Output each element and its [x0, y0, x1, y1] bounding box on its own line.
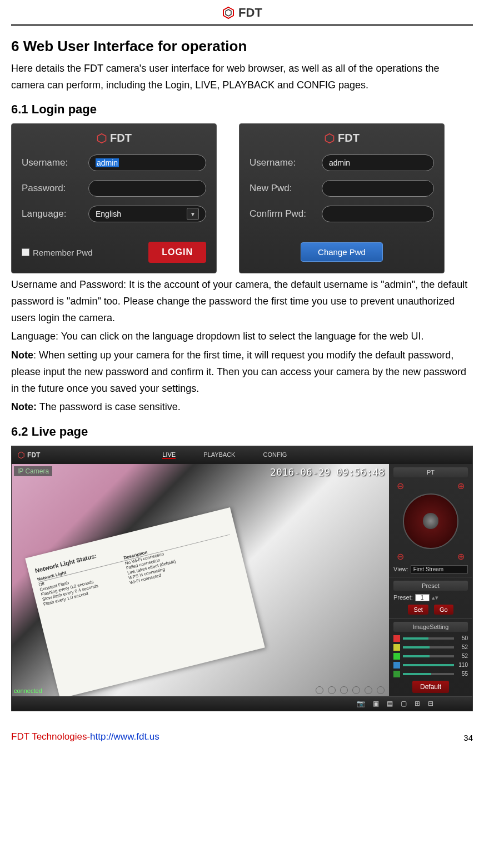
slider-track[interactable]	[403, 637, 454, 640]
layout-1-icon[interactable]: ▢	[401, 700, 407, 707]
login-text-1: Username and Password: It is the account…	[11, 277, 473, 326]
live-sidebar: PT ⊖⊕ ⊖⊕ View: First Stream Preset Prese…	[389, 464, 472, 696]
stepper-icon[interactable]: ▴▾	[432, 594, 438, 601]
view-select[interactable]: First Stream	[411, 565, 468, 573]
checkbox-icon[interactable]	[22, 248, 29, 256]
note-2: Note: The password is case sensitive.	[11, 399, 473, 416]
slider-track[interactable]	[403, 664, 454, 666]
icon[interactable]	[316, 686, 323, 694]
footer-company: FDT Technologies-	[11, 731, 90, 742]
preset-input[interactable]	[415, 594, 430, 601]
camera-icon[interactable]: 📷	[357, 700, 365, 707]
layout-9-icon[interactable]: ⊟	[428, 700, 433, 707]
live-brand: FDT	[17, 451, 40, 459]
change-pwd-button[interactable]: Change Pwd	[301, 242, 383, 262]
image-slider[interactable]: 52	[393, 644, 468, 651]
login-panels: FDT Username: admin Password: Language: …	[11, 123, 473, 273]
slider-color-icon	[393, 653, 400, 660]
brand-text: FDT	[238, 6, 262, 20]
svg-marker-3	[326, 134, 334, 143]
newpwd-input[interactable]	[322, 180, 434, 197]
language-select[interactable]: English ▼	[88, 206, 206, 222]
newpwd-label: New Pwd:	[250, 183, 322, 194]
page-number: 34	[463, 733, 473, 742]
slider-color-icon	[393, 635, 400, 642]
preset-label: Preset:	[393, 594, 413, 601]
note-1: Note: When setting up your camera for th…	[11, 347, 473, 397]
panel-brand: FDT	[338, 132, 360, 144]
page-footer: FDT Technologies-http://www.fdt.us 34	[11, 731, 473, 742]
tab-live[interactable]: LIVE	[162, 451, 176, 459]
zoom-out-icon[interactable]: ⊖	[397, 481, 404, 491]
default-button[interactable]: Default	[412, 681, 449, 693]
image-slider[interactable]: 55	[393, 671, 468, 677]
slider-value: 50	[457, 635, 468, 641]
login-text-2: Language: You can click on the language …	[11, 328, 473, 345]
remember-label: Remember Pwd	[33, 248, 93, 257]
panel-logo: FDT	[22, 132, 206, 144]
icon[interactable]	[328, 686, 336, 694]
username-input[interactable]: admin	[88, 154, 206, 171]
username-label: Username:	[250, 157, 322, 168]
connected-status: connected	[14, 687, 42, 694]
pt-control-disc[interactable]	[403, 493, 458, 549]
icon[interactable]	[352, 686, 360, 694]
icon[interactable]	[377, 686, 385, 694]
section-intro: Here details the FDT camera's user inter…	[11, 61, 473, 93]
sd-icon[interactable]: ▤	[387, 700, 393, 707]
view-label: View:	[393, 566, 408, 572]
note-text: : When setting up your camera for the fi…	[11, 350, 466, 393]
username-input[interactable]: admin	[322, 154, 434, 171]
footer-link[interactable]: http://www.fdt.us	[90, 731, 159, 742]
video-feed: IP Camera 2016-06-29 09:56:48 Network Li…	[12, 464, 389, 696]
ip-camera-label: IP Camera	[14, 466, 52, 476]
image-slider[interactable]: 52	[393, 653, 468, 660]
imagesetting-title: ImageSetting	[393, 622, 468, 632]
tab-playback[interactable]: PLAYBACK	[203, 451, 235, 459]
zoom-in-icon[interactable]: ⊕	[457, 481, 465, 491]
confirmpwd-input[interactable]	[322, 206, 434, 222]
login-heading: 6.1 Login page	[11, 102, 473, 117]
pt-title: PT	[393, 467, 468, 477]
slider-track[interactable]	[403, 646, 454, 648]
slider-value: 52	[457, 644, 468, 650]
password-label: Password:	[22, 183, 88, 194]
image-slider[interactable]: 50	[393, 635, 468, 642]
login-button[interactable]: LOGIN	[148, 242, 206, 263]
slider-track[interactable]	[403, 655, 454, 657]
language-label: Language:	[22, 208, 88, 220]
slider-value: 110	[457, 662, 468, 668]
password-input[interactable]	[88, 180, 206, 197]
slider-color-icon	[393, 671, 400, 677]
login-panel: FDT Username: admin Password: Language: …	[11, 123, 217, 273]
video-icons	[316, 686, 385, 694]
live-heading: 6.2 Live page	[11, 425, 473, 439]
record-icon[interactable]: ▣	[373, 700, 379, 707]
paper-in-video: Network Light Status: Network Light Desc…	[25, 507, 265, 696]
fdt-logo-icon	[17, 451, 25, 459]
remember-pwd[interactable]: Remember Pwd	[22, 248, 93, 257]
live-topbar: FDT LIVE PLAYBACK CONFIG	[12, 446, 472, 464]
live-bottombar: 📷 ▣ ▤ ▢ ⊞ ⊟	[12, 696, 472, 711]
slider-track[interactable]	[403, 673, 454, 675]
section-title: 6 Web User Interface for operation	[11, 38, 473, 55]
icon[interactable]	[365, 686, 372, 694]
username-value: admin	[329, 158, 350, 167]
set-button[interactable]: Set	[408, 605, 428, 615]
username-label: Username:	[22, 157, 88, 168]
preset-title: Preset	[393, 581, 468, 591]
layout-4-icon[interactable]: ⊞	[415, 700, 420, 707]
fdt-logo-icon	[96, 133, 107, 144]
zoom-in-icon[interactable]: ⊕	[457, 551, 465, 562]
live-tabs: LIVE PLAYBACK CONFIG	[162, 451, 287, 459]
icon[interactable]	[340, 686, 348, 694]
image-slider[interactable]: 110	[393, 662, 468, 669]
note-label: Note	[11, 350, 33, 361]
video-timestamp: 2016-06-29 09:56:48	[270, 466, 385, 478]
go-button[interactable]: Go	[434, 605, 453, 615]
zoom-out-icon[interactable]: ⊖	[397, 551, 404, 562]
slider-color-icon	[393, 644, 400, 651]
slider-value: 52	[457, 653, 468, 659]
username-value: admin	[96, 158, 119, 167]
tab-config[interactable]: CONFIG	[263, 451, 287, 459]
